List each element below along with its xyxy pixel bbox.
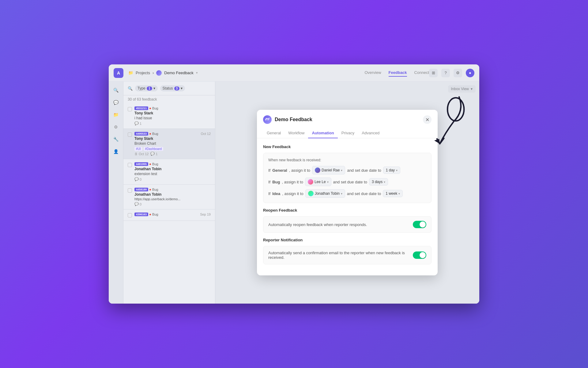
bug-dot [149,108,151,109]
tab-overview[interactable]: Overview [364,69,381,77]
assignee-general-name: Daniel Rae [322,168,340,172]
projects-label[interactable]: Projects [136,71,150,75]
filter-type-arrow: ▾ [153,86,155,90]
sidebar-icon-folder[interactable]: 📁 [111,110,121,120]
feedback-list: 🔍 Type 1 ▾ Status 3 ▾ 30 of 63 feedback [123,82,215,304]
svg-point-0 [447,98,464,121]
feedback-title: i had issue [134,116,211,120]
feedback-item-content: 4481955 Bug Jonathan Tobin extension tes… [134,162,211,181]
dialog-body: New Feedback When new feedback is receiv… [257,138,438,275]
tab-workflow[interactable]: Workflow [285,128,308,138]
project-name[interactable]: Demo Feedback [164,71,193,75]
tab-automation[interactable]: Automation [308,128,337,138]
feedback-footer: 💬 1 [134,121,211,125]
feedback-title: Broken Chart [134,141,211,146]
feedback-checkbox[interactable] [128,132,132,137]
reporter-toggle[interactable] [413,251,426,259]
top-nav: A 📁 Projects › Demo Feedback ▾ Overview … [109,64,479,82]
breadcrumb: 📁 Projects › Demo Feedback ▾ [128,70,364,76]
tab-feedback[interactable]: Feedback [389,69,407,77]
search-icon[interactable]: 🔍 [128,86,133,91]
chevron-down-icon-6: ▾ [398,192,400,195]
settings-icon[interactable]: ⚙ [454,69,462,77]
tag-dashboard: #Dashboard [144,147,163,151]
sidebar-icon-settings[interactable]: ⚙ [111,122,121,132]
feedback-checkbox[interactable] [128,213,132,217]
sidebar-icon-user[interactable]: 👤 [111,147,121,156]
reporter-text: Automatically send a confirmation email … [268,251,413,260]
rule-if-3: If [268,191,270,196]
list-item[interactable]: 4495533 Bug Oct 12 Tony Stark Broken Cha… [123,129,215,159]
feedback-type: Bug [152,213,158,216]
feedback-type: Bug [152,106,158,110]
feedback-id-badge: 4458189 [134,188,148,191]
tag-ui: #UI [134,147,142,151]
dialog-tabs: General Workflow Automation Privacy Adva… [257,128,438,138]
app-window: A 📁 Projects › Demo Feedback ▾ Overview … [109,64,479,304]
tab-advanced[interactable]: Advanced [358,128,383,138]
tab-privacy[interactable]: Privacy [338,128,358,138]
chevron-down-icon: ▾ [341,169,342,172]
list-item[interactable]: 4458189 Bug Jonathan Tobin https://app.u… [123,185,215,209]
feedback-checkbox[interactable] [128,188,132,193]
feedback-item-content: 4531211 Bug Tony Stark i had issue 💬 1 [134,106,211,125]
user-avatar[interactable]: ● [466,69,474,77]
rule-if-1: If [268,168,270,173]
due-date-label-3: and set due date to [347,191,381,196]
sidebar-icon-search[interactable]: 🔍 [111,85,121,95]
help-icon[interactable]: ? [441,69,450,77]
dropdown-arrow[interactable]: ▾ [196,71,198,75]
feedback-id-badge: 4396163 [134,213,148,216]
due-date-bug-dropdown[interactable]: 3 days ▾ [369,178,388,186]
feedback-list-header: 🔍 Type 1 ▾ Status 3 ▾ [123,82,215,95]
when-label: When new feedback is received: [268,158,426,162]
feedback-item-meta: 4458189 Bug [134,188,211,191]
due-date-idea-dropdown[interactable]: 1 week ▾ [383,190,403,197]
reopen-toggle[interactable] [413,221,426,228]
dialog-close-button[interactable]: ✕ [423,115,432,124]
main-content: 🔍 💬 📁 ⚙ 🔧 👤 🔍 Type 1 ▾ Status 3 ▾ [109,82,479,304]
feedback-author: Tony Stark [134,136,211,141]
bug-dot [149,133,151,135]
filter-type-btn[interactable]: Type 1 ▾ [135,85,158,91]
filter-status-arrow: ▾ [181,86,183,90]
feedback-checkbox[interactable] [128,107,132,111]
filter-status-badge: 3 [174,86,180,90]
tab-general[interactable]: General [263,128,285,138]
assignee-bug-dropdown[interactable]: Lee Le ▾ [305,178,331,186]
list-item[interactable]: 4531211 Bug Tony Stark i had issue 💬 1 [123,103,215,129]
feedback-items: 4531211 Bug Tony Stark i had issue 💬 1 [123,103,215,304]
assignee-idea-dropdown[interactable]: Jonathan Tobin ▾ [305,189,345,198]
tab-connect[interactable]: Connect [414,69,429,77]
assignee-general-avatar [315,167,320,173]
project-icon [156,70,162,76]
feedback-item-content: 4495533 Bug Oct 12 Tony Stark Broken Cha… [134,132,211,156]
due-date-label-2: and set due date to [333,180,367,184]
filter-status-btn[interactable]: Status 3 ▾ [160,85,185,91]
comment-count2: 💬 1 [150,152,157,156]
feedback-author: Jonathan Tobin [134,192,211,197]
due-date-general-value: 1 day [386,168,395,172]
sidebar-icon-chat[interactable]: 💬 [111,98,121,107]
chevron-down-icon-4: ▾ [384,180,385,184]
comment-count: 💬 0 [134,202,141,206]
dialog-title: Demo Feedback [275,117,312,122]
feedback-type: Bug [152,162,158,166]
reopen-section-title: Reopen Feedback [263,208,432,213]
assignee-bug-avatar [308,179,313,185]
app-logo[interactable]: A [114,68,123,78]
due-date-general-dropdown[interactable]: 1 day ▾ [383,167,400,174]
list-item[interactable]: 4481955 Bug Jonathan Tobin extension tes… [123,159,215,185]
filter-type-badge: 1 [147,86,152,90]
assignee-general-dropdown[interactable]: Daniel Rae ▾ [312,166,345,174]
feedback-checkbox[interactable] [128,163,132,167]
feedback-item-meta: 4495533 Bug Oct 12 [134,132,211,136]
rule-assign-1: , assign it to [289,168,310,173]
grid-icon[interactable]: ⊞ [429,69,438,77]
sidebar-icon-tools[interactable]: 🔧 [111,134,121,144]
list-item[interactable]: 4396163 Bug Sep 19 [123,209,215,221]
rule-idea: If Idea , assign it to Jonathan Tobin ▾ … [268,189,426,198]
feedback-footer: 💬 0 [134,177,211,181]
comment-count: 💬 0 [134,177,141,181]
assignee-idea-avatar [308,191,314,196]
